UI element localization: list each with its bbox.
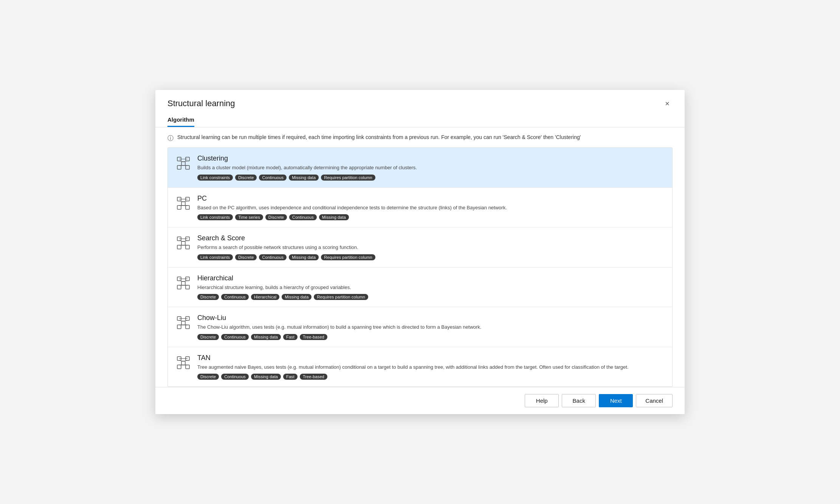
algorithm-tag: Link constraints — [197, 214, 233, 220]
svg-line-15 — [179, 201, 183, 202]
algorithm-name: Chow-Liu — [197, 314, 665, 322]
algorithm-tag: Missing data — [289, 175, 319, 181]
info-bar: ⓘ Structural learning can be run multipl… — [155, 127, 685, 147]
algorithm-tag: Missing data — [251, 374, 281, 380]
algorithm-item[interactable]: Search & ScorePerforms a search of possi… — [168, 227, 672, 267]
algorithm-icon — [175, 155, 191, 171]
algorithm-tag: Discrete — [265, 214, 287, 220]
algorithm-item[interactable]: PCBased on the PC algorithm, uses indepe… — [168, 188, 672, 228]
algorithm-tag: Discrete — [197, 334, 219, 340]
algorithm-item[interactable]: TANTree augmented naive Bayes, uses test… — [168, 347, 672, 387]
close-button[interactable]: × — [662, 98, 673, 109]
svg-rect-42 — [181, 321, 185, 325]
algorithm-tag: Fast — [283, 334, 298, 340]
cancel-button[interactable]: Cancel — [636, 394, 673, 407]
algorithm-content: Chow-LiuThe Chow-Liu algorithm, uses tes… — [197, 314, 665, 340]
dialog-header: Structural learning × — [155, 90, 685, 109]
algorithm-name: TAN — [197, 354, 665, 362]
svg-rect-43 — [177, 325, 181, 329]
svg-line-16 — [183, 201, 188, 202]
tab-bar: Algorithm — [155, 113, 685, 127]
algorithm-tag: Hierarchical — [251, 294, 279, 300]
algorithm-tag: Requires partition column — [321, 254, 375, 260]
algorithm-tags: Link constraintsTime seriesDiscreteConti… — [197, 214, 665, 220]
svg-line-45 — [179, 320, 183, 321]
svg-rect-34 — [186, 285, 189, 289]
svg-rect-14 — [186, 206, 189, 209]
algorithm-tags: DiscreteContinuousMissing dataFastTree-b… — [197, 374, 665, 380]
svg-line-55 — [179, 360, 183, 361]
svg-rect-52 — [181, 361, 185, 365]
algorithm-tag: Tree-based — [300, 334, 327, 340]
algorithm-list[interactable]: ClusteringBuilds a cluster model (mixtur… — [167, 147, 673, 387]
algorithm-item[interactable]: ClusteringBuilds a cluster model (mixtur… — [168, 148, 672, 188]
algorithm-name: PC — [197, 195, 665, 203]
algorithm-tags: Link constraintsDiscreteContinuousMissin… — [197, 254, 665, 260]
algorithm-name: Hierarchical — [197, 274, 665, 282]
svg-line-46 — [183, 320, 188, 321]
svg-line-25 — [179, 241, 183, 241]
algorithm-tags: DiscreteContinuousHierarchicalMissing da… — [197, 294, 665, 300]
svg-line-6 — [183, 161, 188, 162]
algorithm-tag: Continuous — [221, 294, 249, 300]
svg-rect-33 — [177, 285, 181, 289]
svg-rect-32 — [181, 281, 185, 285]
algorithm-tag: Discrete — [197, 294, 219, 300]
help-button[interactable]: Help — [525, 394, 559, 407]
dialog-title: Structural learning — [167, 99, 235, 108]
svg-rect-44 — [186, 325, 189, 329]
algorithm-tag: Missing data — [251, 334, 281, 340]
algorithm-tag: Fast — [283, 374, 298, 380]
tab-algorithm[interactable]: Algorithm — [167, 113, 194, 127]
algorithm-icon — [175, 315, 191, 331]
algorithm-tag: Continuous — [289, 214, 317, 220]
algorithm-content: Search & ScorePerforms a search of possi… — [197, 234, 665, 260]
algorithm-tags: DiscreteContinuousMissing dataFastTree-b… — [197, 334, 665, 340]
algorithm-tag: Continuous — [259, 175, 287, 181]
svg-line-36 — [183, 281, 188, 281]
content-area: ClusteringBuilds a cluster model (mixtur… — [155, 147, 685, 387]
svg-line-5 — [179, 161, 183, 162]
svg-rect-2 — [181, 162, 185, 165]
algorithm-tags: Link constraintsDiscreteContinuousMissin… — [197, 175, 665, 181]
algorithm-description: The Chow-Liu algorithm, uses tests (e.g.… — [197, 323, 665, 331]
algorithm-tag: Discrete — [235, 175, 257, 181]
algorithm-tag: Discrete — [235, 254, 257, 260]
algorithm-tag: Missing data — [282, 294, 312, 300]
algorithm-icon — [175, 275, 191, 291]
structural-learning-dialog: Structural learning × Algorithm ⓘ Struct… — [155, 90, 685, 414]
algorithm-name: Clustering — [197, 155, 665, 162]
algorithm-tag: Tree-based — [300, 374, 327, 380]
svg-rect-13 — [177, 206, 181, 209]
algorithm-icon — [175, 355, 191, 371]
algorithm-tag: Continuous — [259, 254, 287, 260]
algorithm-description: Hierarchical structure learning, builds … — [197, 284, 665, 291]
svg-rect-53 — [177, 365, 181, 369]
svg-rect-4 — [186, 165, 189, 169]
algorithm-icon — [175, 195, 191, 211]
algorithm-tag: Discrete — [197, 374, 219, 380]
algorithm-name: Search & Score — [197, 234, 665, 242]
back-button[interactable]: Back — [562, 394, 596, 407]
algorithm-tag: Missing data — [289, 254, 319, 260]
algorithm-tag: Time series — [235, 214, 263, 220]
algorithm-content: PCBased on the PC algorithm, uses indepe… — [197, 195, 665, 221]
algorithm-tag: Requires partition column — [314, 294, 368, 300]
svg-rect-54 — [186, 365, 189, 369]
dialog-footer: Help Back Next Cancel — [155, 387, 685, 414]
algorithm-tag: Link constraints — [197, 175, 233, 181]
svg-line-26 — [183, 241, 188, 241]
algorithm-description: Based on the PC algorithm, uses independ… — [197, 204, 665, 212]
algorithm-item[interactable]: Chow-LiuThe Chow-Liu algorithm, uses tes… — [168, 307, 672, 347]
algorithm-content: HierarchicalHierarchical structure learn… — [197, 274, 665, 300]
algorithm-content: TANTree augmented naive Bayes, uses test… — [197, 354, 665, 380]
info-icon: ⓘ — [167, 134, 174, 143]
algorithm-item[interactable]: HierarchicalHierarchical structure learn… — [168, 267, 672, 308]
svg-rect-23 — [177, 245, 181, 249]
info-text: Structural learning can be run multiple … — [177, 133, 581, 141]
next-button[interactable]: Next — [599, 394, 633, 407]
algorithm-description: Tree augmented naive Bayes, uses tests (… — [197, 363, 665, 371]
svg-rect-22 — [181, 241, 185, 245]
svg-rect-24 — [186, 245, 189, 249]
algorithm-tag: Continuous — [221, 374, 249, 380]
